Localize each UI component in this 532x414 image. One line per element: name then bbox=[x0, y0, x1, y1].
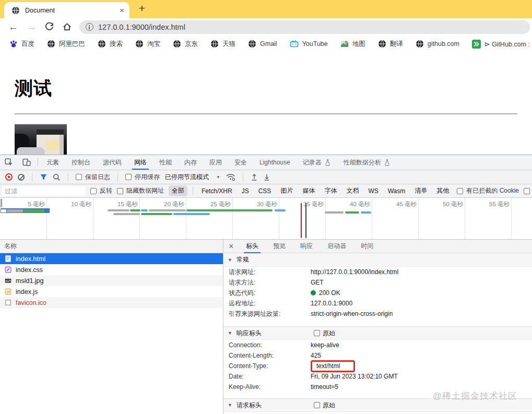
bookmark-alibaba[interactable]: 阿里巴巴 bbox=[47, 40, 85, 49]
inspect-element-icon[interactable] bbox=[0, 155, 18, 170]
record-icon[interactable] bbox=[5, 173, 13, 181]
gridline bbox=[139, 198, 140, 239]
hide-data-urls-checkbox[interactable]: 隐藏数据网址 bbox=[117, 186, 164, 195]
clear-icon[interactable] bbox=[18, 174, 25, 181]
tab-recorder[interactable]: 记录器 bbox=[297, 155, 337, 170]
request-row-index-html[interactable]: index.html bbox=[0, 253, 223, 264]
disclosure-triangle-icon[interactable]: ▼ bbox=[228, 330, 232, 336]
preserve-log-checkbox[interactable]: 保留日志 bbox=[76, 173, 110, 182]
bookmark-jd[interactable]: 京东 bbox=[173, 40, 198, 49]
network-conditions-icon[interactable] bbox=[226, 173, 235, 181]
tab-sources[interactable]: 源代码 bbox=[97, 155, 128, 170]
bookmark-search[interactable]: 搜索 bbox=[98, 40, 123, 49]
header-row: Connection: keep-alive bbox=[223, 340, 532, 350]
bookmark-github[interactable]: github.com bbox=[416, 40, 459, 48]
tab-response[interactable]: 响应 bbox=[294, 240, 319, 253]
tab-memory[interactable]: 内存 bbox=[178, 155, 203, 170]
close-icon[interactable]: × bbox=[229, 242, 233, 251]
bookmark-youtube[interactable]: YouTube bbox=[290, 40, 328, 48]
throttling-select[interactable]: 已停用节流模式 ▼ bbox=[165, 173, 220, 182]
response-headers-section-header[interactable]: ▼ 响应标头 原始 bbox=[223, 326, 532, 340]
header-row: Date: Fri, 09 Jun 2023 13:02:10 GMT bbox=[223, 371, 532, 382]
import-har-icon[interactable] bbox=[251, 173, 258, 181]
bookmark-translate[interactable]: 翻译 bbox=[378, 40, 403, 49]
browser-tab[interactable]: Document × bbox=[4, 2, 129, 18]
filter-type-other[interactable]: 其他 bbox=[433, 185, 452, 196]
filter-type-manifest[interactable]: 清单 bbox=[411, 185, 430, 196]
globe-favicon-icon bbox=[11, 6, 20, 15]
request-row-favicon-ico[interactable]: favicon.ico bbox=[0, 297, 223, 308]
tick-label: 40 毫秒 bbox=[328, 200, 370, 208]
home-icon[interactable] bbox=[62, 22, 72, 32]
filter-type-doc[interactable]: 文档 bbox=[343, 185, 362, 196]
globe-icon bbox=[47, 40, 55, 48]
network-overview-timeline[interactable]: 5 毫秒 10 毫秒 15 毫秒 20 毫秒 25 毫秒 30 毫秒 35 毫秒… bbox=[0, 198, 532, 240]
checkbox-icon[interactable] bbox=[314, 330, 320, 336]
raw-headers-checkbox[interactable]: 原始 bbox=[314, 401, 335, 410]
disable-cache-checkbox[interactable]: 停用缓存 bbox=[125, 173, 160, 182]
blocked-requests-checkbox[interactable]: 被屏蔽的请求 bbox=[524, 186, 532, 195]
filter-input[interactable] bbox=[2, 186, 86, 196]
checkbox-icon[interactable] bbox=[314, 402, 320, 408]
bookmark-baidu[interactable]: 百度 bbox=[9, 40, 34, 49]
tab-timing[interactable]: 时间 bbox=[354, 240, 380, 253]
globe-icon bbox=[98, 40, 106, 48]
url-text[interactable]: 127.0.0.1:9000/index.html bbox=[98, 23, 185, 31]
general-section-header[interactable]: ▼ 常规 bbox=[223, 253, 532, 267]
filter-type-media[interactable]: 媒体 bbox=[299, 185, 318, 196]
tab-headers[interactable]: 标头 bbox=[240, 240, 265, 253]
new-tab-button[interactable]: + bbox=[135, 1, 149, 16]
bookmark-github-folder[interactable]: ⊳ GitHub.com : G... bbox=[472, 40, 532, 49]
bookmark-taobao[interactable]: 淘宝 bbox=[135, 40, 160, 49]
address-bar[interactable]: 127.0.0.1:9000/index.html bbox=[79, 20, 530, 34]
back-icon[interactable]: ← bbox=[8, 21, 18, 33]
blocked-cookies-checkbox[interactable]: 有已拦截的 Cookie bbox=[457, 186, 519, 195]
filter-type-css[interactable]: CSS bbox=[255, 186, 275, 196]
filter-type-img[interactable]: 图片 bbox=[277, 185, 296, 196]
invert-checkbox[interactable]: 反转 bbox=[90, 186, 112, 195]
filter-type-font[interactable]: 字体 bbox=[321, 185, 340, 196]
tab-performance-insights[interactable]: 性能数据分析 bbox=[337, 155, 397, 170]
bookmark-gmail[interactable]: Gmail bbox=[248, 40, 277, 48]
bookmark-maps[interactable]: 地图 bbox=[340, 40, 365, 49]
checkbox-icon[interactable] bbox=[524, 188, 530, 194]
reload-icon[interactable] bbox=[44, 22, 54, 32]
gridline bbox=[511, 198, 512, 239]
stylesheet-icon bbox=[4, 266, 12, 274]
request-row-msld1-jpg[interactable]: msld1.jpg bbox=[0, 275, 223, 286]
tab-performance[interactable]: 性能 bbox=[153, 155, 178, 170]
tab-close-icon[interactable]: × bbox=[120, 6, 124, 15]
request-timing-bar bbox=[141, 213, 172, 215]
filter-type-ws[interactable]: WS bbox=[365, 186, 381, 196]
tab-preview[interactable]: 预览 bbox=[267, 240, 292, 253]
request-row-index-js[interactable]: index.js bbox=[0, 286, 223, 297]
disclosure-triangle-icon[interactable]: ▼ bbox=[228, 403, 232, 408]
filter-type-xhr[interactable]: Fetch/XHR bbox=[198, 186, 235, 196]
site-info-icon[interactable] bbox=[86, 23, 93, 31]
checkbox-icon[interactable] bbox=[76, 174, 82, 180]
disclosure-triangle-icon[interactable]: ▼ bbox=[228, 257, 232, 263]
checkbox-icon[interactable] bbox=[457, 188, 463, 194]
request-list-header[interactable]: 名称 bbox=[0, 240, 223, 253]
tab-console[interactable]: 控制台 bbox=[65, 155, 97, 170]
tab-security[interactable]: 安全 bbox=[228, 155, 253, 170]
tab-elements[interactable]: 元素 bbox=[40, 155, 65, 170]
bookmark-tmall[interactable]: 天猫 bbox=[210, 40, 235, 49]
checkbox-icon[interactable] bbox=[125, 174, 132, 180]
checkbox-icon[interactable] bbox=[90, 188, 97, 194]
filter-type-js[interactable]: JS bbox=[239, 186, 252, 196]
search-icon[interactable] bbox=[53, 173, 61, 181]
forward-icon[interactable]: → bbox=[27, 21, 37, 33]
checkbox-icon[interactable] bbox=[117, 188, 123, 194]
filter-type-wasm[interactable]: Wasm bbox=[385, 186, 409, 196]
filter-icon[interactable] bbox=[40, 173, 48, 181]
tab-lighthouse[interactable]: Lighthouse bbox=[253, 155, 297, 170]
tab-application[interactable]: 应用 bbox=[203, 155, 228, 170]
raw-headers-checkbox[interactable]: 原始 bbox=[314, 329, 335, 338]
request-row-index-css[interactable]: index.css bbox=[0, 264, 223, 275]
device-toolbar-icon[interactable] bbox=[18, 155, 36, 170]
tab-network[interactable]: 网络 bbox=[128, 155, 153, 170]
tab-initiator[interactable]: 启动器 bbox=[321, 240, 352, 253]
filter-type-all[interactable]: 全部 bbox=[169, 185, 187, 196]
export-har-icon[interactable] bbox=[263, 173, 270, 181]
